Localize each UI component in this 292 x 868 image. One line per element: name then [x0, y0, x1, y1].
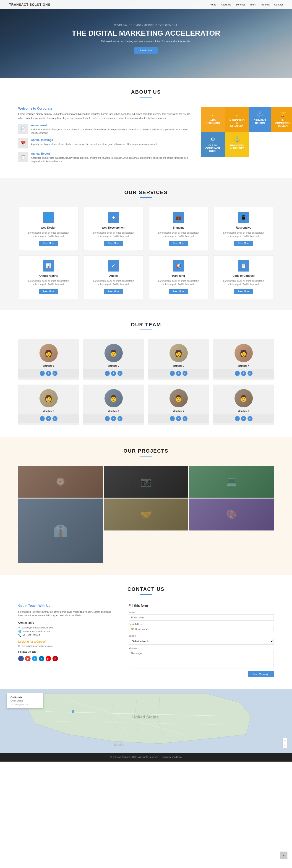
- form-title: Fill this form: [129, 604, 274, 608]
- contact-info-title: Contact Info: [18, 621, 115, 624]
- youtube-icon[interactable]: ▶: [45, 656, 51, 661]
- reports-text: Lorem ipsum dolor sit amet, consectetur …: [23, 279, 74, 286]
- member-1-googleplus[interactable]: g: [118, 371, 123, 376]
- member-7-twitter[interactable]: t: [235, 416, 240, 421]
- member-7-googleplus[interactable]: g: [248, 416, 253, 421]
- project-item-2[interactable]: 💻: [189, 466, 274, 498]
- website-icon: 🌐: [18, 630, 22, 633]
- member-4-facebook[interactable]: f: [46, 416, 51, 421]
- project-item-5[interactable]: 🎨: [189, 498, 274, 530]
- member-4-googleplus[interactable]: g: [53, 416, 58, 421]
- subject-select[interactable]: Select subject: [129, 638, 274, 645]
- googleplus-icon[interactable]: g+: [25, 656, 31, 661]
- service-box-branding: ⚓ BRANDING & IDENTITY: [225, 132, 249, 157]
- member-2-facebook[interactable]: f: [176, 371, 181, 376]
- member-3-twitter[interactable]: t: [235, 371, 240, 376]
- about-left: Welcome to Corporate Lorem ipsum is simp…: [18, 106, 192, 167]
- branding-svc-read-more[interactable]: Read More: [169, 241, 188, 246]
- about-item-amendment: 📄 Amendment A alteration addition Form, …: [18, 124, 192, 135]
- member-2-googleplus[interactable]: g: [183, 371, 188, 376]
- conduct-read-more[interactable]: Read More: [234, 289, 253, 294]
- member-1-twitter[interactable]: t: [105, 371, 110, 376]
- nav-projects[interactable]: Projects: [261, 3, 270, 6]
- nav-team[interactable]: Team: [250, 3, 256, 6]
- team-member-1: 👨 Member 2 t f g: [83, 339, 144, 380]
- service-card-2: 💼 Branding Lorem ipsum dolor sit amet, c…: [148, 207, 209, 251]
- project-item-3[interactable]: 👔: [18, 498, 103, 563]
- member-5-facebook[interactable]: f: [111, 416, 116, 421]
- member-1-facebook[interactable]: f: [111, 371, 116, 376]
- map-zoom-in-button[interactable]: +: [283, 738, 287, 743]
- pinterest-icon[interactable]: P: [53, 656, 58, 661]
- our-services-section: OUR SERVICES 🌐 Web Design Lorem ipsum do…: [0, 178, 292, 310]
- contact-phone-item: 📞 +91-9891271017: [18, 634, 115, 637]
- member-0-twitter[interactable]: t: [40, 371, 45, 376]
- branding-svc-title: Branding: [153, 226, 204, 229]
- email-input[interactable]: [135, 628, 271, 631]
- hero-read-more-button[interactable]: Read More: [134, 47, 158, 54]
- map-zoom-out-button[interactable]: −: [283, 743, 287, 748]
- creative-label: CREATIVE DESIGN: [254, 119, 266, 124]
- nav-home[interactable]: Home: [209, 3, 216, 6]
- member-6-avatar: 👨: [169, 389, 188, 407]
- footer-text: © Transact Solutions 2016. All Rights Re…: [110, 756, 182, 758]
- report-icon: 📋: [18, 152, 28, 162]
- member-4-twitter[interactable]: t: [40, 416, 45, 421]
- member-0-googleplus[interactable]: g: [53, 371, 58, 376]
- member-0-name: Member 1: [18, 365, 79, 367]
- service-box-marketing: ↓ MARKETING & STRATEGY: [225, 106, 249, 132]
- responsive-read-more[interactable]: Read More: [234, 241, 253, 246]
- web-dev-read-more[interactable]: Read More: [104, 241, 123, 246]
- project-item-0[interactable]: ⌚: [18, 466, 103, 498]
- meetings-text: A yearly meeting of shareholders at whic…: [31, 143, 158, 146]
- project-item-4[interactable]: 🤝: [104, 498, 188, 530]
- marketing-svc-read-more[interactable]: Read More: [169, 289, 188, 294]
- footer: © Transact Solutions 2016. All Rights Re…: [0, 753, 292, 762]
- team-member-6: 👨 Member 7 t f g: [148, 384, 209, 425]
- svg-point-8: [72, 710, 74, 713]
- meetings-title: Annual Meetings: [31, 138, 158, 142]
- marketing-svc-text: Lorem ipsum dolor sit amet, consectetur …: [153, 279, 204, 286]
- audits-read-more[interactable]: Read More: [104, 289, 123, 294]
- member-5-twitter[interactable]: t: [105, 416, 110, 421]
- member-2-twitter[interactable]: t: [170, 371, 175, 376]
- twitter-icon[interactable]: t: [32, 656, 37, 661]
- member-6-twitter[interactable]: t: [170, 416, 175, 421]
- service-card-1: ✈ Web Development Lorem ipsum dolor sit …: [83, 207, 144, 251]
- member-5-avatar: 👨: [104, 389, 123, 407]
- project-item-1[interactable]: 📷: [104, 466, 188, 498]
- member-5-name: Member 6: [83, 410, 144, 412]
- message-textarea[interactable]: [129, 650, 274, 669]
- audits-icon: ✔: [108, 260, 119, 272]
- member-4-avatar: 👩: [39, 389, 58, 407]
- member-6-googleplus[interactable]: g: [183, 416, 188, 421]
- nav-services[interactable]: Services: [236, 3, 245, 6]
- member-0-facebook[interactable]: f: [46, 371, 51, 376]
- contact-phone: +91-9891271017: [23, 634, 40, 637]
- email-input-wrapper: 🇮🇳: [129, 626, 274, 632]
- member-7-social: t f g: [213, 414, 274, 423]
- projects-section: OUR PROJECTS ⌚ 📷 💻 👔 🤝 🎨: [0, 437, 292, 575]
- member-7-facebook[interactable]: f: [241, 416, 246, 421]
- member-3-facebook[interactable]: f: [241, 371, 246, 376]
- reports-read-more[interactable]: Read More: [39, 289, 58, 294]
- subject-label: Subject: [129, 634, 274, 637]
- web-design-read-more[interactable]: Read More: [39, 241, 58, 246]
- facebook-icon[interactable]: f: [18, 656, 24, 661]
- responsive-icon: 📱: [238, 212, 249, 223]
- name-input[interactable]: [129, 614, 274, 621]
- member-5-googleplus[interactable]: g: [118, 416, 123, 421]
- about-item-amendment-content: Amendment A alteration addition Form, or…: [31, 124, 192, 135]
- career-email-item: ✉ career@transactsolutions.com: [18, 645, 115, 648]
- member-6-facebook[interactable]: f: [176, 416, 181, 421]
- service-box-creative: ⚓ CREATIVE DESIGN: [249, 106, 271, 132]
- member-3-googleplus[interactable]: g: [248, 371, 253, 376]
- map-container[interactable]: United States Mexico California United S…: [0, 689, 292, 753]
- hero-title: THE DIGITAL MARKETING ACCELERATOR: [72, 29, 220, 37]
- linkedin-icon[interactable]: in: [39, 656, 44, 661]
- nav-contact[interactable]: Contact: [274, 3, 283, 6]
- nav-about[interactable]: About Us: [221, 3, 231, 6]
- our-services-title: OUR SERVICES: [18, 190, 274, 198]
- responsive-text: Lorem ipsum dolor sit amet, consectetur …: [218, 231, 269, 238]
- submit-button[interactable]: Send Message: [248, 671, 274, 677]
